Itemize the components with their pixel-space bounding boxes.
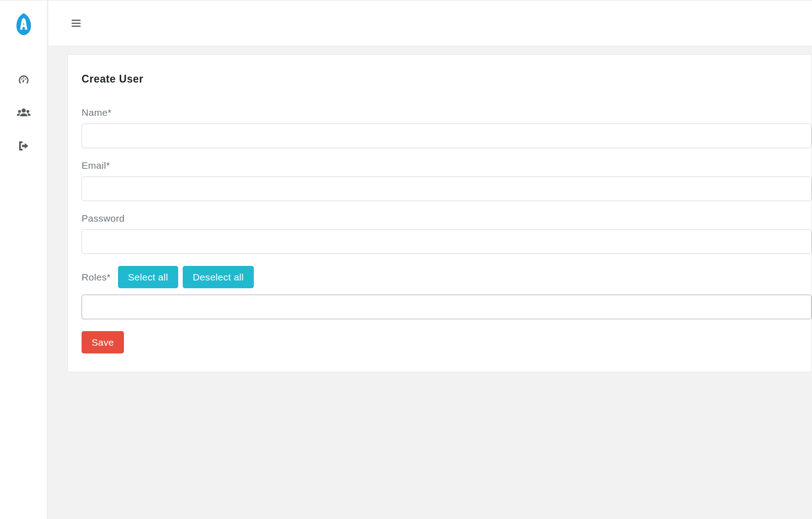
form-group-roles: Roles* Select all Deselect all xyxy=(82,266,812,319)
svg-point-2 xyxy=(23,77,24,78)
svg-point-1 xyxy=(25,78,26,80)
app-logo[interactable] xyxy=(11,11,36,37)
roles-label: Roles* xyxy=(82,272,111,283)
menu-toggle-icon[interactable] xyxy=(70,17,82,29)
email-input[interactable] xyxy=(82,176,812,201)
content-wrap: Create User Name* Email* Password Roles* xyxy=(48,46,812,519)
app-root: Create User Name* Email* Password Roles* xyxy=(0,0,812,519)
form-group-email: Email* xyxy=(82,160,812,201)
sidebar xyxy=(0,0,48,519)
password-label: Password xyxy=(82,213,812,224)
logout-icon[interactable] xyxy=(16,138,31,154)
dashboard-icon[interactable] xyxy=(16,73,31,88)
deselect-all-button[interactable]: Deselect all xyxy=(183,266,254,288)
svg-rect-3 xyxy=(22,79,24,83)
select-all-button[interactable]: Select all xyxy=(118,266,178,288)
roles-label-row: Roles* Select all Deselect all xyxy=(82,266,812,288)
email-label: Email* xyxy=(82,160,812,171)
save-button[interactable]: Save xyxy=(82,331,124,353)
main-area: Create User Name* Email* Password Roles* xyxy=(48,0,812,519)
save-row: Save xyxy=(82,331,812,353)
roles-select[interactable] xyxy=(82,295,812,319)
topbar xyxy=(48,0,812,46)
form-group-name: Name* xyxy=(82,107,812,148)
name-label: Name* xyxy=(82,107,812,118)
name-input[interactable] xyxy=(82,124,812,148)
page-title: Create User xyxy=(82,73,812,85)
svg-point-6 xyxy=(26,110,29,113)
svg-point-4 xyxy=(21,109,26,113)
svg-point-5 xyxy=(18,110,21,113)
users-icon[interactable] xyxy=(16,105,31,121)
form-card: Create User Name* Email* Password Roles* xyxy=(67,54,812,372)
svg-point-0 xyxy=(21,78,22,80)
password-input[interactable] xyxy=(82,229,812,254)
form-group-password: Password xyxy=(82,213,812,254)
